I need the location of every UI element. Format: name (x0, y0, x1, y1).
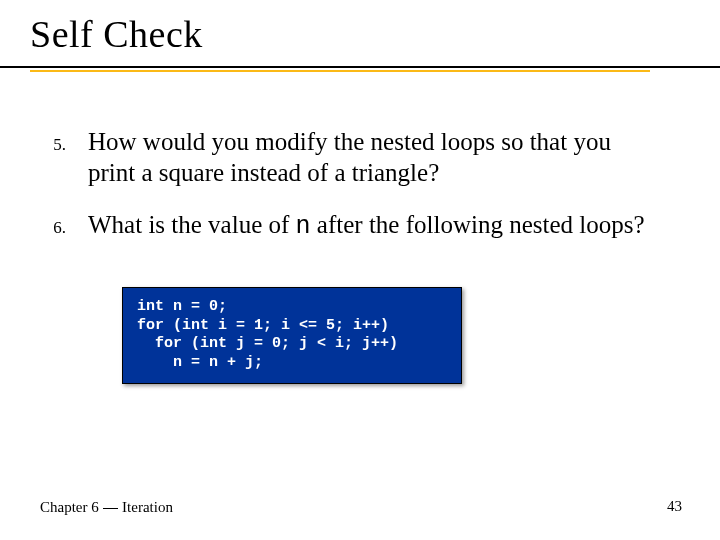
chapter-label: Chapter 6 — Iteration (40, 498, 173, 516)
question-list: 5. How would you modify the nested loops… (30, 126, 690, 242)
list-item: 6. What is the value of n after the foll… (30, 209, 690, 242)
question-number: 6. (30, 209, 88, 238)
code-block: int n = 0; for (int i = 1; i <= 5; i++) … (122, 287, 462, 384)
code-variable: n (296, 212, 311, 241)
list-item: 5. How would you modify the nested loops… (30, 126, 690, 189)
page-number: 43 (667, 498, 682, 516)
title-divider (0, 66, 720, 72)
page-title: Self Check (30, 12, 690, 56)
question-text: What is the value of n after the followi… (88, 209, 675, 242)
question-number: 5. (30, 126, 88, 155)
footer: Chapter 6 — Iteration 43 (40, 498, 682, 516)
question-text: How would you modify the nested loops so… (88, 126, 690, 189)
